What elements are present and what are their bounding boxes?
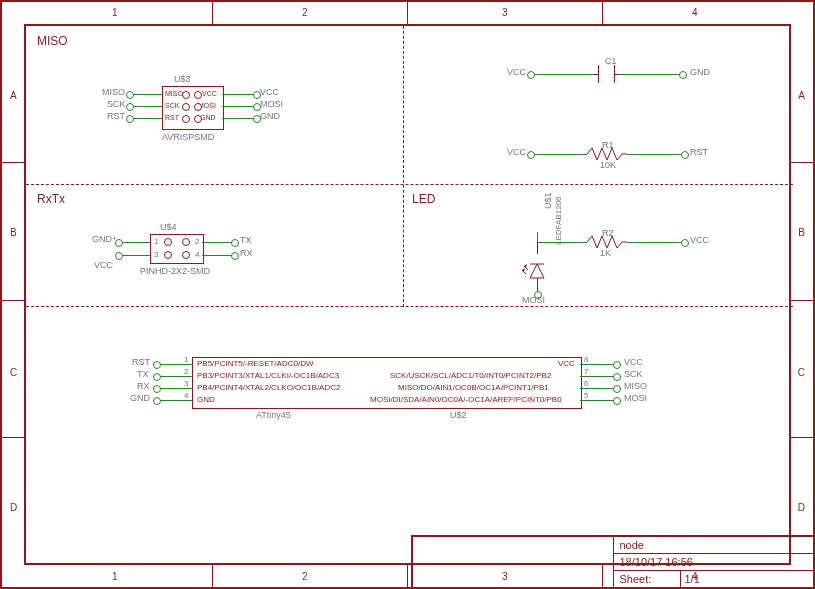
- grid-row-a-right: A: [798, 90, 805, 101]
- net-vcc-u2: VCC: [624, 357, 643, 367]
- pin-circle: [164, 238, 172, 246]
- svg-marker-0: [530, 264, 544, 278]
- net-mosi: MOSI: [260, 99, 283, 109]
- net-rst-u2: RST: [132, 357, 150, 367]
- u2-pn-3: 3: [184, 379, 188, 388]
- net-gnd-c1: GND: [690, 67, 710, 77]
- net-end: [153, 373, 161, 381]
- u3-pin-miso: MISO: [165, 90, 183, 97]
- u3-name: AVRISPSMD: [162, 132, 214, 142]
- net-end: [527, 71, 535, 79]
- pin-circle: [182, 91, 190, 99]
- led-lead: [537, 242, 538, 254]
- net-end: [153, 397, 161, 405]
- net-gnd-u4: GND: [92, 234, 112, 244]
- u3-pin-sck: SCK: [165, 102, 179, 109]
- net-end: [613, 373, 621, 381]
- net-rx-u2: RX: [137, 381, 150, 391]
- wire: [158, 388, 192, 389]
- led-name: LEDFAB1206: [554, 197, 563, 245]
- tick: [407, 565, 408, 587]
- net-end: [153, 385, 161, 393]
- tb-blank: [413, 537, 614, 587]
- grid-row-c-left: C: [10, 367, 17, 378]
- tick: [212, 2, 213, 24]
- led-ref: U$1: [543, 192, 553, 209]
- title-block: node 18/10/17 16:56 Sheet: 1/1: [411, 535, 813, 587]
- wire: [130, 94, 162, 95]
- net-vcc-r2: VCC: [690, 235, 709, 245]
- section-miso: MISO: [37, 34, 68, 48]
- pin-circle: [182, 103, 190, 111]
- tick: [791, 300, 813, 301]
- u4-name: PINHD-2X2-SMD: [140, 266, 210, 276]
- u4-ref: U$4: [160, 222, 177, 232]
- led-symbol: [522, 250, 552, 280]
- net-sck-u2: SCK: [624, 369, 643, 379]
- wire: [222, 106, 254, 107]
- u2-pn-7: 7: [584, 367, 588, 376]
- net-end: [231, 239, 239, 247]
- grid-col-2-bot: 2: [302, 571, 308, 582]
- wire: [130, 106, 162, 107]
- pin-circle: [182, 251, 190, 259]
- wire: [158, 376, 192, 377]
- pin-circle: [194, 115, 202, 123]
- tick: [602, 2, 603, 24]
- net-end: [115, 252, 123, 260]
- net-tx-u2: TX: [137, 369, 149, 379]
- u2-pn-5: 5: [584, 391, 588, 400]
- cross-gnd: +: [112, 234, 117, 243]
- net-vcc-c1: VCC: [507, 67, 526, 77]
- u2-pt-2: PB3/PCINT3/XTAL1/CLKI/-OC1B/ADC3: [197, 371, 339, 380]
- u2-pt-8: VCC: [558, 359, 575, 368]
- tick: [791, 162, 813, 163]
- grid-row-a-left: A: [10, 90, 17, 101]
- wire: [627, 242, 682, 243]
- tick: [791, 437, 813, 438]
- wire: [158, 400, 192, 401]
- r1-val: 10K: [600, 160, 616, 170]
- schematic-canvas: 1 2 3 4 1 2 3 4 A B C D A B C D MISO RxT…: [0, 0, 815, 589]
- wire: [130, 118, 162, 119]
- u2-pt-1: PB5/PCINT5/-RESET/ADC0/DW: [197, 359, 313, 368]
- u4-p2: 2: [195, 237, 199, 246]
- grid-col-1-bot: 1: [112, 571, 118, 582]
- divider-vert: [403, 26, 404, 307]
- tb-sheet-value: 1/1: [685, 573, 700, 585]
- net-end: [153, 361, 161, 369]
- net-rst: RST: [107, 111, 125, 121]
- net-tx: TX: [240, 235, 252, 245]
- net-end: [613, 397, 621, 405]
- net-mosi-led: MOSI: [522, 295, 545, 305]
- section-rxtx: RxTx: [37, 192, 65, 206]
- wire: [222, 118, 254, 119]
- wire: [580, 400, 614, 401]
- grid-col-3-top: 3: [502, 7, 508, 18]
- net-gnd-u2: GND: [130, 393, 150, 403]
- divider-h2: [26, 306, 793, 307]
- net-vcc: VCC: [260, 87, 279, 97]
- tick: [2, 300, 24, 301]
- wire: [158, 364, 192, 365]
- tick: [407, 2, 408, 24]
- grid-col-2-top: 2: [302, 7, 308, 18]
- u2-pt-3: PB4/PCINT4/XTAL2/CLKO/OC1B/ADC2: [197, 383, 340, 392]
- wire: [120, 255, 150, 256]
- net-end: [126, 115, 134, 123]
- wire: [627, 154, 682, 155]
- net-rx: RX: [240, 248, 253, 258]
- tb-project: node: [614, 537, 814, 553]
- u2-pt-7: SCK/USCK/SCL/ADC1/T0/INT0/PCINT2/PB2: [390, 371, 551, 380]
- u2-pn-8: 8: [584, 355, 588, 364]
- wire: [532, 74, 594, 75]
- tb-sheet-label: Sheet:: [614, 571, 681, 587]
- tb-sheet-row: Sheet: 1/1: [614, 570, 814, 587]
- u4-p4: 4: [195, 250, 199, 259]
- tb-date: 18/10/17 16:56: [614, 553, 814, 570]
- u2-pt-5: MOSI/DI/SDA/AIN0/OC0A/-OC1A/AREF/PCINT0/…: [370, 395, 562, 404]
- net-rst-r1: RST: [690, 147, 708, 157]
- wire: [222, 94, 254, 95]
- tick: [212, 565, 213, 587]
- net-end: [613, 361, 621, 369]
